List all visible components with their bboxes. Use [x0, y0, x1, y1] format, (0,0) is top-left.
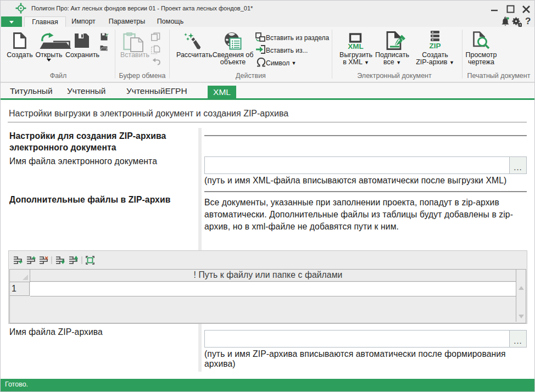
svg-text:XML: XML [348, 42, 364, 49]
svg-text:ZIP: ZIP [429, 42, 441, 49]
